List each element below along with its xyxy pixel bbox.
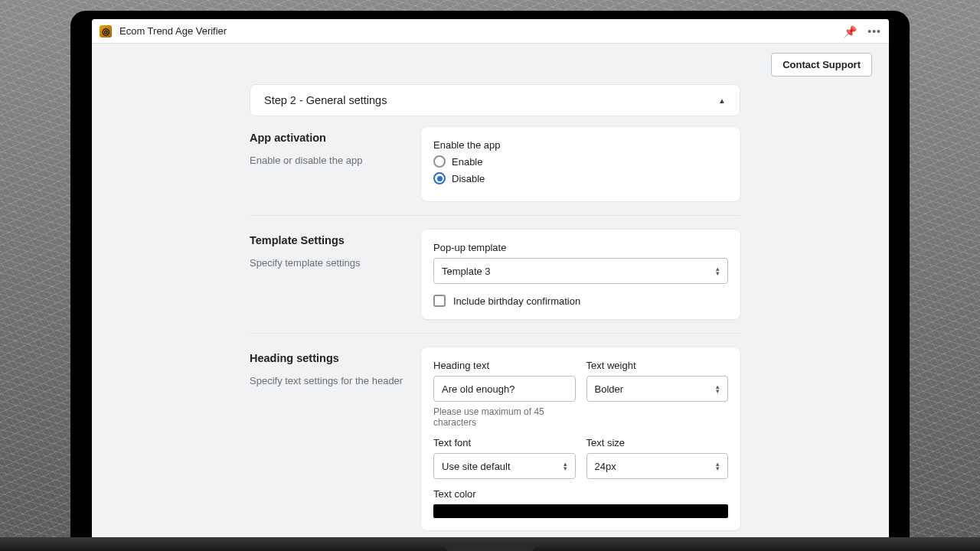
radio-enable-label: Enable (452, 156, 482, 168)
contact-support-button[interactable]: Contact Support (771, 53, 872, 77)
heading-title: Heading settings (250, 352, 421, 364)
enable-app-label: Enable the app (433, 139, 728, 151)
section-activation: App activation Enable or disable the app… (250, 127, 740, 216)
radio-icon (433, 172, 446, 184)
app-title: Ecom Trend Age Verifier (119, 25, 227, 37)
content: Step 2 - General settings ▲ App activati… (92, 84, 889, 551)
section-heading: Heading settings Specify text settings f… (250, 347, 740, 545)
radio-enable[interactable]: Enable (433, 155, 728, 168)
app-screen: ◎ Ecom Trend Age Verifier 📌 ••• Contact … (92, 19, 889, 551)
laptop-base (0, 537, 980, 551)
more-icon[interactable]: ••• (867, 25, 881, 37)
heading-text-input[interactable]: Are old enough? (433, 376, 576, 402)
heading-subtitle: Specify text settings for the header (250, 375, 421, 386)
laptop-frame: ◎ Ecom Trend Age Verifier 📌 ••• Contact … (70, 11, 910, 551)
heading-text-value: Are old enough? (442, 383, 514, 395)
checkbox-icon (433, 295, 446, 307)
activation-subtitle: Enable or disable the app (250, 155, 421, 166)
heading-weight-value: Bolder (595, 383, 624, 395)
heading-font-value: Use site default (442, 461, 511, 472)
heading-color-label: Text color (433, 488, 728, 500)
heading-size-label: Text size (586, 437, 729, 448)
heading-color-picker[interactable] (433, 504, 728, 518)
popup-template-label: Pop-up template (433, 242, 728, 253)
section-template: Template Settings Specify template setti… (250, 230, 740, 334)
app-titlebar: ◎ Ecom Trend Age Verifier 📌 ••• (92, 19, 889, 44)
popup-template-select[interactable]: Template 3 ▴▾ (433, 258, 728, 284)
radio-disable-label: Disable (452, 173, 485, 184)
laptop-notch (444, 543, 536, 551)
heading-weight-select[interactable]: Bolder ▴▾ (586, 376, 729, 402)
select-arrows-icon: ▴▾ (716, 266, 720, 276)
heading-size-value: 24px (595, 461, 616, 472)
radio-disable[interactable]: Disable (433, 172, 728, 184)
birthday-checkbox-label: Include birthday confirmation (453, 295, 580, 307)
caret-up-icon: ▲ (718, 96, 726, 105)
toolbar: Contact Support (92, 44, 889, 84)
pin-icon[interactable]: 📌 (844, 25, 857, 37)
select-arrows-icon: ▴▾ (716, 384, 720, 393)
step-header[interactable]: Step 2 - General settings ▲ (250, 84, 740, 116)
popup-template-value: Template 3 (442, 266, 491, 277)
template-title: Template Settings (250, 234, 421, 246)
activation-title: App activation (250, 132, 421, 144)
heading-font-label: Text font (433, 437, 576, 448)
radio-icon (433, 155, 446, 168)
select-arrows-icon: ▴▾ (564, 461, 567, 471)
birthday-checkbox-row[interactable]: Include birthday confirmation (433, 295, 728, 307)
heading-size-select[interactable]: 24px ▴▾ (586, 453, 729, 479)
template-subtitle: Specify template settings (250, 257, 421, 269)
heading-text-label: Heading text (433, 360, 576, 371)
heading-font-select[interactable]: Use site default ▴▾ (433, 453, 576, 479)
app-icon: ◎ (100, 25, 112, 37)
select-arrows-icon: ▴▾ (716, 461, 720, 471)
heading-weight-label: Text weight (586, 360, 729, 371)
step-header-label: Step 2 - General settings (264, 94, 387, 106)
heading-text-hint: Please use maximum of 45 characters (433, 406, 576, 428)
